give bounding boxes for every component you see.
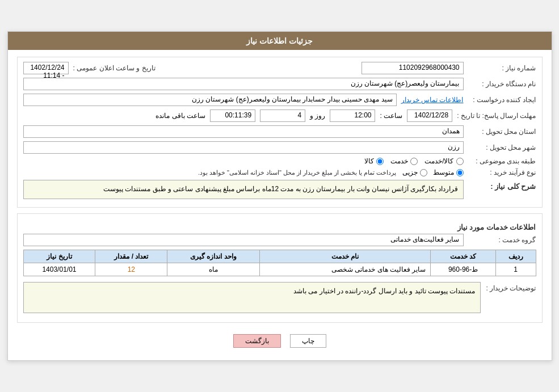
- province-row: استان محل تحویل : همدان: [23, 125, 536, 138]
- col-date: تاریخ نیاز: [23, 250, 95, 263]
- province-label: استان محل تحویل :: [468, 128, 536, 136]
- deadline-time: 12:00: [330, 109, 375, 122]
- page-title: جزئیات اطلاعات نیاز: [246, 36, 313, 45]
- creator-value: سید مهدی حسینی بیدار حسابدار بیمارستان و…: [23, 94, 397, 106]
- cell-name: سایر فعالیت های خدماتی شخصی: [259, 263, 431, 276]
- cell-code: ط-96-960: [431, 263, 495, 276]
- category-label: طبقه بندی موضوعی :: [468, 157, 536, 165]
- deadline-label: مهلت ارسال پاسخ: تا تاریخ :: [457, 112, 536, 120]
- print-button[interactable]: چاپ: [290, 334, 326, 348]
- process-radio-jozi[interactable]: [420, 169, 427, 176]
- buyer-org-label: نام دستگاه خریدار :: [468, 80, 536, 88]
- cell-date: 1403/01/01: [23, 263, 95, 276]
- process-radio-motaset[interactable]: [456, 169, 464, 176]
- process-text: پرداخت تمام یا بخشی از مبلغ خریدار از مح…: [198, 169, 397, 176]
- services-table-section: ردیف کد خدمت نام خدمت واحد اندازه گیری ت…: [23, 250, 536, 276]
- services-table: ردیف کد خدمت نام خدمت واحد اندازه گیری ت…: [23, 250, 536, 276]
- category-label-kala-khedmat: کالا/خدمت: [424, 157, 453, 165]
- buyer-notes-label: توضیحات خریدار :: [485, 282, 536, 313]
- group-value: سایر فعالیت‌های خدماتی: [23, 234, 464, 246]
- process-label-jozi: جزیی: [402, 168, 418, 176]
- col-unit: واحد اندازه گیری: [167, 250, 259, 263]
- need-number-label: شماره نیاز :: [468, 64, 536, 72]
- button-row: چاپ بازگشت: [17, 328, 543, 353]
- contact-link[interactable]: اطلاعات تماس خریدار: [401, 96, 464, 104]
- creator-row: ایجاد کننده درخواست : اطلاعات تماس خریدا…: [23, 94, 536, 106]
- process-label-motaset: متوسط: [433, 168, 454, 176]
- category-option-2[interactable]: خدمت: [390, 157, 418, 165]
- category-row: طبقه بندی موضوعی : کالا/خدمت خدمت کالا: [23, 157, 536, 165]
- col-row: ردیف: [495, 250, 536, 263]
- cell-unit: ماه: [167, 263, 259, 276]
- col-name: نام خدمت: [259, 250, 431, 263]
- category-option-3[interactable]: کالا: [364, 157, 384, 165]
- process-label: نوع فرآیند خرید :: [468, 168, 536, 176]
- category-radio-kala-khedmat[interactable]: [456, 158, 464, 165]
- category-radio-group: کالا/خدمت خدمت کالا: [23, 157, 464, 165]
- deadline-row: مهلت ارسال پاسخ: تا تاریخ : 1402/12/28 س…: [23, 109, 536, 122]
- table-header-row: ردیف کد خدمت نام خدمت واحد اندازه گیری ت…: [23, 250, 536, 263]
- city-label: شهر محل تحویل :: [468, 144, 536, 151]
- group-label: گروه خدمت :: [468, 236, 536, 244]
- announce-date-value: 1402/12/24 - 11:14: [23, 62, 69, 74]
- announce-date-label: تاریخ و ساعت اعلان عمومی :: [73, 64, 155, 72]
- buyer-notes-section: توضیحات خریدار : مستندات پیوست تائید و ب…: [23, 282, 536, 313]
- province-value: همدان: [23, 125, 464, 138]
- process-option-jozi[interactable]: جزیی: [402, 168, 427, 176]
- table-row: 1 ط-96-960 سایر فعالیت های خدماتی شخصی م…: [23, 263, 536, 276]
- deadline-remaining: 00:11:39: [210, 109, 255, 122]
- services-section: اطلاعات خدمات مورد نیاز گروه خدمت : سایر…: [17, 213, 543, 323]
- creator-label: ایجاد کننده درخواست :: [468, 96, 536, 104]
- city-row: شهر محل تحویل : رزن: [23, 141, 536, 154]
- col-quantity: تعداد / مقدار: [95, 250, 167, 263]
- need-number-value: 1102092968000430: [362, 62, 464, 74]
- cell-quantity: 12: [95, 263, 167, 276]
- deadline-time-label: ساعت :: [380, 112, 402, 120]
- category-label-kala: کالا: [364, 157, 374, 165]
- deadline-day-label: روز و: [310, 112, 325, 120]
- process-row: نوع فرآیند خرید : متوسط جزیی پرداخت تمام…: [23, 168, 536, 176]
- buyer-org-row: نام دستگاه خریدار : بیمارستان ولیعصر(عج)…: [23, 78, 536, 90]
- services-title: اطلاعات خدمات مورد نیاز: [23, 223, 536, 231]
- category-radio-kala[interactable]: [376, 158, 384, 165]
- description-label: شرح کلی نیاز :: [468, 180, 536, 191]
- buyer-org-value: بیمارستان ولیعصر(عج) شهرستان رزن: [23, 78, 464, 90]
- need-number-row: شماره نیاز : 1102092968000430 تاریخ و سا…: [23, 62, 536, 74]
- deadline-date: 1402/12/28: [407, 109, 452, 122]
- process-option-motaset[interactable]: متوسط: [433, 168, 464, 176]
- description-text: قرارداد بکارگیری آژانس نیسان وانت بار بی…: [23, 180, 464, 199]
- page-header: جزئیات اطلاعات نیاز: [8, 32, 552, 50]
- buyer-notes-text: مستندات پیوست تائید و باید ارسال گردد-را…: [23, 282, 481, 313]
- col-code: کد خدمت: [431, 250, 495, 263]
- cell-row: 1: [495, 263, 536, 276]
- category-radio-khedmat[interactable]: [410, 158, 418, 165]
- category-option-1[interactable]: کالا/خدمت: [424, 157, 463, 165]
- city-value: رزن: [23, 141, 464, 154]
- main-form-section: شماره نیاز : 1102092968000430 تاریخ و سا…: [17, 57, 543, 207]
- category-label-khedmat: خدمت: [390, 157, 408, 165]
- description-row: شرح کلی نیاز : قرارداد بکارگیری آژانس نی…: [23, 180, 536, 199]
- deadline-days: 4: [260, 109, 305, 122]
- group-row: گروه خدمت : سایر فعالیت‌های خدماتی: [23, 234, 536, 246]
- back-button[interactable]: بازگشت: [233, 334, 281, 348]
- deadline-remaining-label: ساعت باقی مانده: [155, 112, 205, 120]
